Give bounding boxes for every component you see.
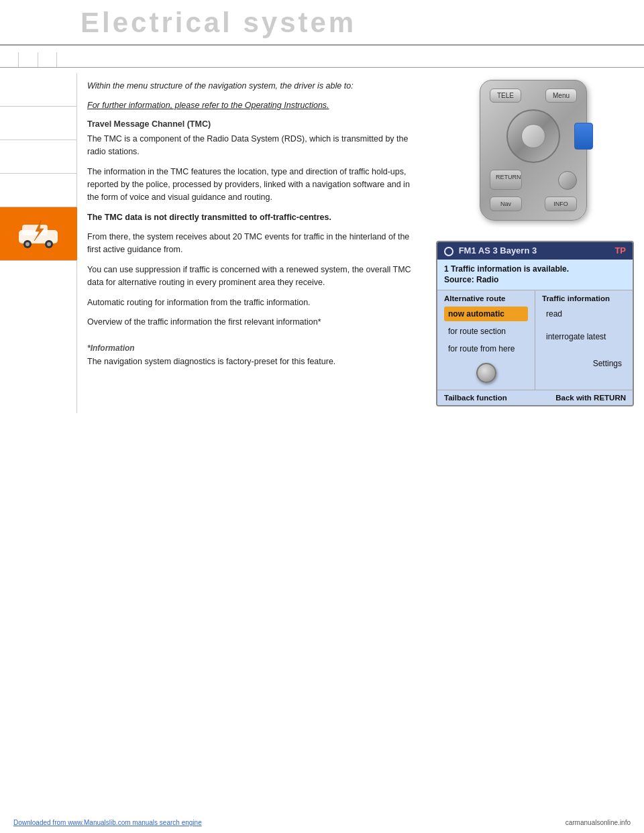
rc-blue-strip — [574, 123, 593, 150]
para-tmc-6: Automatic routing for information from t… — [87, 296, 413, 309]
fm-item-settings[interactable]: Settings — [542, 356, 626, 371]
para-tmc-7: Overview of the traffic information the … — [87, 316, 413, 329]
rc-body: TELE Menu RETURN Nav — [480, 80, 587, 221]
remote-control: TELE Menu RETURN Nav — [473, 80, 594, 227]
car-lightning-icon — [15, 215, 62, 252]
fm-knob[interactable] — [476, 363, 496, 383]
fm-header: FM1 AS 3 Bayern 3 TP — [437, 242, 633, 260]
para-tmc-5: You can use suppression if traffic is co… — [87, 264, 413, 290]
fm-screen: FM1 AS 3 Bayern 3 TP 1 Traffic informati… — [436, 241, 634, 406]
page-footer: Downloaded from www.Manualslib.com manua… — [0, 819, 644, 826]
footer-right-text: carmanualsonline.info — [566, 819, 631, 826]
rc-bottom-row-1: RETURN — [480, 166, 586, 194]
fm-footer: Tailback function Back with RETURN — [437, 390, 633, 405]
sidebar-item-4[interactable] — [0, 174, 76, 207]
info-box: *Information The navigation system diagn… — [87, 338, 413, 368]
fm-info-line1: 1 Traffic information is available. — [444, 264, 626, 275]
fm-col-right: Traffic information read interrogate lat… — [535, 290, 633, 390]
fm-body: Alternative route now automatic for rout… — [437, 290, 633, 390]
fm-footer-right[interactable]: Back with RETURN — [555, 394, 626, 402]
fm-info-line2: Source: Radio — [444, 274, 626, 286]
fm-col-left: Alternative route now automatic for rout… — [437, 290, 535, 390]
rc-top-buttons: TELE Menu — [480, 80, 586, 107]
info-text: The navigation system diagnostics is fac… — [87, 355, 413, 368]
nav-button[interactable]: Nav — [490, 197, 522, 211]
fm-item-route-section[interactable]: for route section — [444, 324, 528, 339]
footer-left-link[interactable]: Downloaded from www.Manualslib.com manua… — [13, 819, 202, 826]
fm-footer-left[interactable]: Tailback function — [444, 394, 507, 402]
fm-item-route-from-here[interactable]: for route from here — [444, 341, 528, 356]
para-tmc-4: From there, the system receives about 20… — [87, 231, 413, 257]
fm-item-read[interactable]: read — [542, 307, 626, 321]
svg-point-5 — [47, 242, 51, 246]
fm-item-now-automatic[interactable]: now automatic — [444, 307, 528, 321]
para-tmc-1: The TMC is a component of the Radio Data… — [87, 133, 413, 159]
right-panel: TELE Menu RETURN Nav — [426, 73, 641, 413]
svg-point-3 — [25, 242, 30, 246]
rc-dpad[interactable] — [506, 109, 560, 163]
main-layout: Within the menu structure of the navigat… — [0, 73, 644, 413]
sidebar-item-1[interactable] — [0, 73, 76, 107]
fm-info-bar: 1 Traffic information is available. Sour… — [437, 260, 633, 291]
rc-round-button[interactable] — [558, 171, 577, 190]
rc-bottom-row-2: Nav INFO — [480, 194, 586, 214]
rc-dpad-area — [480, 109, 586, 163]
para-further-info: For further information, please refer to… — [87, 99, 413, 112]
sidebar-item-3[interactable] — [0, 140, 76, 174]
menu-button[interactable]: Menu — [545, 89, 577, 103]
sidebar — [0, 73, 77, 413]
rc-dpad-circle — [506, 109, 560, 163]
return-button[interactable]: RETURN — [490, 170, 522, 190]
info-button[interactable]: INFO — [545, 197, 577, 211]
page-header: Electrical system — [0, 0, 644, 46]
fm-alt-route-title: Alternative route — [444, 294, 528, 302]
tele-button[interactable]: TELE — [490, 89, 521, 103]
page-title: Electrical system — [80, 7, 631, 39]
fm-item-interrogate[interactable]: interrogate latest — [542, 329, 626, 344]
fm-knob-area — [444, 359, 528, 386]
content-area: Within the menu structure of the navigat… — [77, 73, 426, 413]
rc-dpad-inner — [521, 124, 545, 148]
para-tmc-3: The TMC data is not directly transmitted… — [87, 211, 413, 224]
nav-item-3 — [38, 52, 57, 67]
info-title: *Information — [87, 343, 413, 353]
sidebar-item-2[interactable] — [0, 107, 76, 140]
fm-header-text: FM1 AS 3 Bayern 3 — [459, 245, 537, 256]
para-tmc-2: The information in the TMC features the … — [87, 166, 413, 205]
fm-circle-icon — [444, 247, 453, 256]
sidebar-icon-box — [0, 207, 77, 261]
nav-item-2 — [19, 52, 38, 67]
nav-item-1 — [0, 52, 19, 67]
para-intro: Within the menu structure of the navigat… — [87, 80, 413, 93]
section-tmc-title: Travel Message Channel (TMC) — [87, 119, 413, 129]
svg-rect-1 — [22, 225, 48, 235]
fm-tp-label: TP — [614, 245, 626, 256]
fm-header-icon: FM1 AS 3 Bayern 3 — [444, 245, 537, 256]
fm-traffic-info-title: Traffic information — [542, 294, 626, 302]
top-nav — [0, 52, 644, 68]
